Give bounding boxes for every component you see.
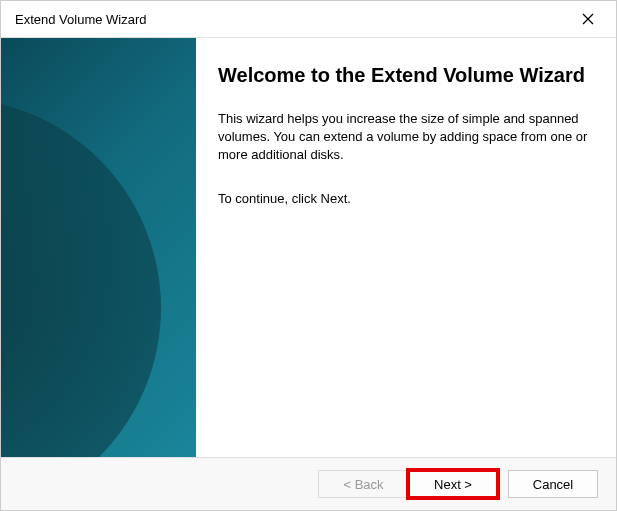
wizard-description: This wizard helps you increase the size … (218, 110, 588, 165)
button-bar: < Back Next > Cancel (1, 458, 616, 510)
content-area: Welcome to the Extend Volume Wizard This… (1, 37, 616, 458)
window-title: Extend Volume Wizard (15, 12, 147, 27)
main-panel: Welcome to the Extend Volume Wizard This… (196, 38, 616, 457)
close-button[interactable] (568, 4, 608, 34)
cancel-button[interactable]: Cancel (508, 470, 598, 498)
titlebar: Extend Volume Wizard (1, 1, 616, 37)
wizard-heading: Welcome to the Extend Volume Wizard (218, 62, 588, 88)
next-button[interactable]: Next > (408, 470, 498, 498)
continue-instruction: To continue, click Next. (218, 191, 588, 206)
back-button: < Back (318, 470, 408, 498)
close-icon (582, 13, 594, 25)
extend-volume-wizard-dialog: Extend Volume Wizard Welcome to the Exte… (0, 0, 617, 511)
wizard-sidebar-graphic (1, 38, 196, 457)
nav-button-group: < Back Next > (318, 470, 498, 498)
